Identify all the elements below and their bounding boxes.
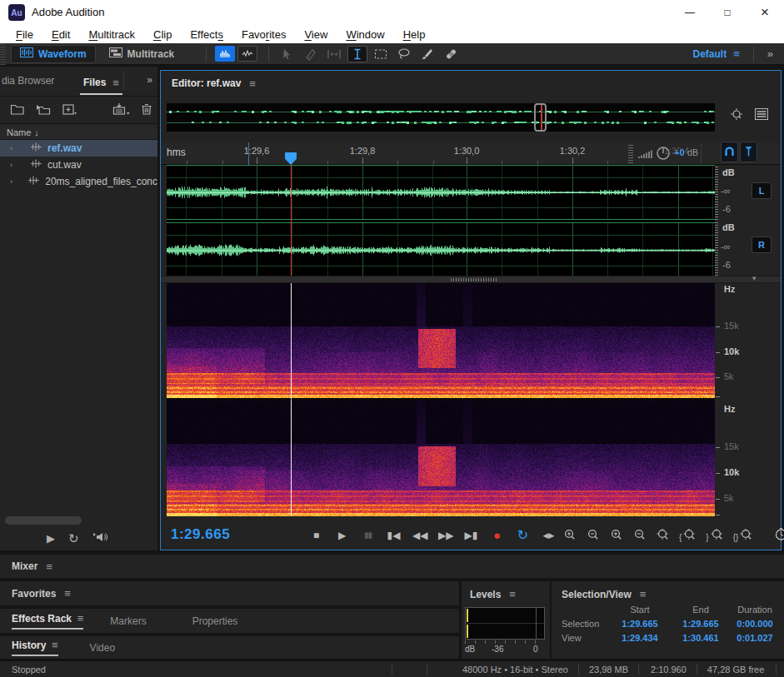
waveform-view-button[interactable]: Waveform xyxy=(11,45,96,63)
selection-start-value[interactable]: 1:29.665 xyxy=(608,619,672,629)
file-row-ref.wav[interactable]: › ref.wav xyxy=(0,140,157,157)
zoom-out-point-button[interactable]: } xyxy=(706,528,723,542)
transport-clock-button[interactable] xyxy=(774,527,784,544)
expand-chevron-icon[interactable]: › xyxy=(10,177,14,186)
menu-view[interactable]: View xyxy=(295,27,337,42)
workspace-selector[interactable]: Default ≡ xyxy=(693,47,740,60)
effects-rack-menu-icon[interactable]: ≡ xyxy=(77,612,84,625)
editor-options-icon[interactable] xyxy=(754,107,769,123)
zoom-navigate-icon[interactable] xyxy=(729,107,744,123)
preview-play-button[interactable]: ▶ xyxy=(47,532,55,545)
delete-icon[interactable] xyxy=(141,102,152,118)
waveform-display[interactable] xyxy=(167,165,715,276)
files-panel-overflow-chevron[interactable]: » xyxy=(147,74,152,86)
zoom-in-time-button[interactable] xyxy=(609,528,623,542)
insert-into-multitrack-icon[interactable] xyxy=(112,102,131,118)
expand-chevron-icon[interactable]: › xyxy=(10,161,17,169)
zoom-in-point-button[interactable]: { xyxy=(679,528,697,542)
spectrogram-left-canvas[interactable] xyxy=(167,283,715,398)
spectral-display[interactable] xyxy=(167,283,715,516)
marker-button[interactable] xyxy=(740,142,757,162)
timeline-ruler[interactable]: hms 1:29,61:29,81:30,01:30,21:30,4 +0 dB xyxy=(161,142,781,165)
files-name-header[interactable]: Name ↓ xyxy=(0,125,157,140)
menu-file[interactable]: File xyxy=(7,27,42,42)
waveform-overview-canvas[interactable] xyxy=(167,103,715,132)
multitrack-view-button[interactable]: Multitrack xyxy=(101,45,183,63)
selection-view-menu-icon[interactable]: ≡ xyxy=(640,588,647,600)
pause-button[interactable]: ▮▮ xyxy=(361,530,375,540)
fast-forward-button[interactable]: ▶▶ xyxy=(438,530,452,541)
tab-files[interactable]: Files ≡ xyxy=(80,72,122,95)
preview-autoplay-button[interactable] xyxy=(92,531,107,545)
menu-favorites[interactable]: Favorites xyxy=(232,27,295,42)
spot-healing-brush-tool[interactable] xyxy=(441,46,461,62)
spectrogram-right-canvas[interactable] xyxy=(167,401,715,516)
move-tool[interactable] xyxy=(277,46,297,62)
menu-window[interactable]: Window xyxy=(337,27,393,42)
preview-loop-button[interactable]: ↻ xyxy=(68,531,79,546)
marquee-selection-tool[interactable] xyxy=(371,46,391,62)
tab-media-browser[interactable]: dia Browser xyxy=(2,75,54,87)
toolbar-grip[interactable] xyxy=(0,43,6,65)
tab-properties[interactable]: Properties xyxy=(192,615,238,627)
view-start-value[interactable]: 1:29.434 xyxy=(608,633,672,643)
tab-video[interactable]: Video xyxy=(90,642,115,654)
tab-markers[interactable]: Markers xyxy=(110,615,146,627)
display-splitter[interactable]: ▾ xyxy=(161,276,781,283)
file-row-20ms_aligned_files_conc[interactable]: › 20ms_aligned_files_conc xyxy=(0,173,157,190)
slip-tool[interactable] xyxy=(324,46,344,62)
menu-multitrack[interactable]: Multitrack xyxy=(79,27,144,42)
tab-history[interactable]: History ≡ xyxy=(12,639,58,656)
volume-bars-icon[interactable] xyxy=(637,149,652,162)
close-button[interactable]: × xyxy=(746,0,784,25)
record-button[interactable]: ● xyxy=(490,528,504,542)
menu-effects[interactable]: Effects xyxy=(181,27,232,42)
favorites-panel-header[interactable]: Favorites ≡ xyxy=(0,581,459,607)
skip-selection-button[interactable]: ◀▶ xyxy=(542,531,556,540)
zoom-selection-button[interactable]: {} xyxy=(733,528,754,542)
paintbrush-selection-tool[interactable] xyxy=(417,46,437,62)
menu-clip[interactable]: Clip xyxy=(144,27,181,42)
gain-value[interactable]: +0 xyxy=(674,147,685,157)
maximize-button[interactable]: □ xyxy=(708,0,747,25)
view-end-value[interactable]: 1:30.461 xyxy=(672,633,730,643)
rewind-button[interactable]: ◀◀ xyxy=(412,530,427,541)
files-hscrollbar[interactable] xyxy=(5,516,82,525)
go-to-end-button[interactable]: ▶▮ xyxy=(464,530,478,541)
zoom-in-amplitude-button[interactable] xyxy=(562,528,577,542)
ruler-scrollbar-grip[interactable] xyxy=(628,144,633,163)
menu-edit[interactable]: Edit xyxy=(42,27,79,42)
stop-button[interactable]: ■ xyxy=(309,530,323,541)
new-container-icon[interactable] xyxy=(62,103,77,118)
lasso-selection-tool[interactable] xyxy=(394,46,414,62)
files-panel-menu-icon[interactable]: ≡ xyxy=(112,77,119,89)
show-waveform-toggle[interactable] xyxy=(215,46,235,62)
workspace-menu-icon[interactable]: ≡ xyxy=(733,47,740,60)
menu-help[interactable]: Help xyxy=(394,27,435,42)
zoom-out-time-button[interactable] xyxy=(632,528,647,542)
editor-menu-icon[interactable]: ≡ xyxy=(249,77,256,90)
import-file-icon[interactable] xyxy=(36,103,52,118)
waveform-left-canvas[interactable] xyxy=(167,165,715,220)
view-duration-value[interactable]: 0:01.027 xyxy=(730,633,780,643)
file-row-cut.wav[interactable]: › cut.wav xyxy=(0,157,157,173)
current-time-display[interactable]: 1:29.665 xyxy=(171,526,230,543)
channel-right-button[interactable]: R xyxy=(752,236,772,253)
overview-strip[interactable] xyxy=(167,103,715,132)
time-selection-tool[interactable] xyxy=(347,46,367,62)
playhead-handle[interactable] xyxy=(285,152,297,165)
go-to-start-button[interactable]: ▮◀ xyxy=(387,530,401,541)
razor-tool[interactable] xyxy=(301,46,321,62)
minimize-button[interactable]: — xyxy=(671,0,709,25)
favorites-menu-icon[interactable]: ≡ xyxy=(64,587,71,600)
splitter-collapse-icon[interactable]: ▾ xyxy=(752,274,757,282)
toolbar-overflow-chevron[interactable]: » xyxy=(767,47,772,60)
play-button[interactable]: ▶ xyxy=(335,530,349,541)
tab-effects-rack[interactable]: Effects Rack ≡ xyxy=(12,612,83,630)
open-file-icon[interactable] xyxy=(10,103,26,118)
mixer-menu-icon[interactable]: ≡ xyxy=(46,560,52,573)
level-meter[interactable] xyxy=(465,607,545,640)
zoom-reset-button[interactable] xyxy=(656,528,670,542)
zoom-out-amplitude-button[interactable] xyxy=(586,528,600,542)
levels-menu-icon[interactable]: ≡ xyxy=(509,588,516,600)
